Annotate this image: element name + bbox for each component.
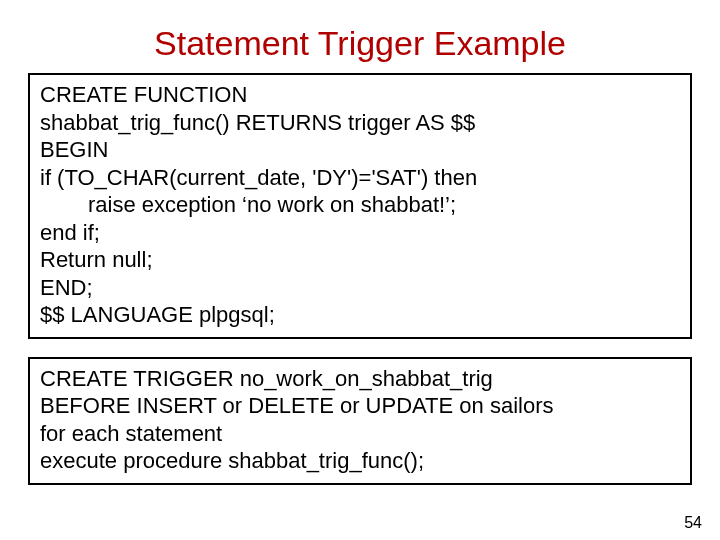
code-box-trigger: CREATE TRIGGER no_work_on_shabbat_trig B…: [28, 357, 692, 485]
page-number: 54: [684, 514, 702, 532]
code-line: BEGIN: [40, 136, 680, 164]
code-box-function: CREATE FUNCTION shabbat_trig_func() RETU…: [28, 73, 692, 339]
code-line: end if;: [40, 219, 680, 247]
code-line: $$ LANGUAGE plpgsql;: [40, 301, 680, 329]
code-line: Return null;: [40, 246, 680, 274]
code-line: raise exception ‘no work on shabbat!’;: [40, 191, 680, 219]
code-line: CREATE TRIGGER no_work_on_shabbat_trig: [40, 365, 680, 393]
code-line: shabbat_trig_func() RETURNS trigger AS $…: [40, 109, 680, 137]
code-line: BEFORE INSERT or DELETE or UPDATE on sai…: [40, 392, 680, 420]
slide-title: Statement Trigger Example: [0, 24, 720, 63]
code-line: if (TO_CHAR(current_date, 'DY')='SAT') t…: [40, 164, 680, 192]
code-line: CREATE FUNCTION: [40, 81, 680, 109]
code-line: END;: [40, 274, 680, 302]
code-line: for each statement: [40, 420, 680, 448]
code-line: execute procedure shabbat_trig_func();: [40, 447, 680, 475]
slide: Statement Trigger Example CREATE FUNCTIO…: [0, 24, 720, 540]
